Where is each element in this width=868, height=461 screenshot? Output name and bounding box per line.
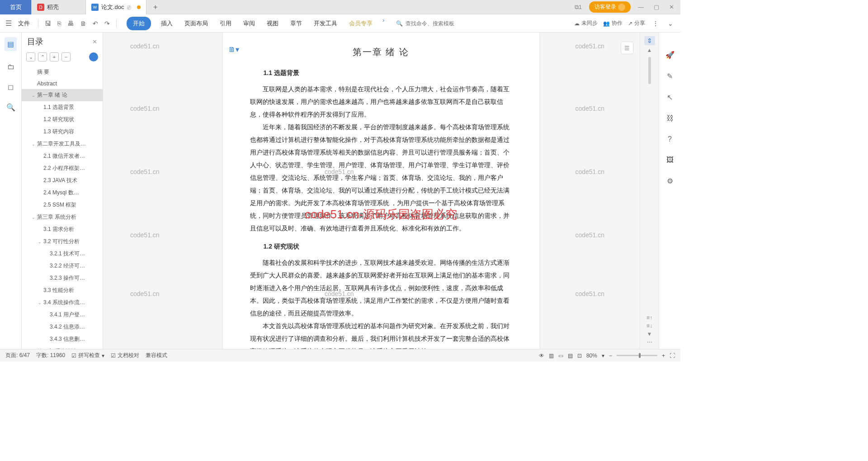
outline-nav-icon[interactable]: ▤ [5,37,17,51]
outline-item[interactable]: 3.2.1 技术可… [22,248,103,260]
page-up-icon[interactable]: ≡↑ [646,315,652,321]
add-tab-button[interactable]: + [146,0,165,14]
file-menu[interactable]: 文件 [14,18,33,29]
settings-slider-icon[interactable]: ⛓ [666,114,674,122]
more-ribbon-icon[interactable]: › [382,17,384,30]
help-icon[interactable]: ? [668,135,672,143]
scroll-marker-icon[interactable]: ⇕ [644,36,655,45]
outline-item[interactable]: 1.2 研究现状 [22,113,103,126]
print-preview-icon[interactable]: 🗎 [78,18,88,29]
outline-item[interactable]: 2.1 微信开发者… [22,150,103,162]
menu-icon[interactable]: ☰ [5,19,12,28]
outline-item[interactable]: 摘 要 [22,66,103,78]
outline-item[interactable]: 2.2 小程序框架… [22,162,103,174]
cursor-icon[interactable]: ↖ [667,93,673,102]
outline-item[interactable]: 3.1 需求分析 [22,223,103,235]
outline-item[interactable]: Abstract [22,78,103,89]
outline-item[interactable]: ⌄3.4 系统操作流… [22,296,103,309]
bookmark-nav-icon[interactable]: ◻ [8,83,14,91]
ribbon-tab-view[interactable]: 视图 [265,17,280,30]
outline-item[interactable]: 2.4 Mysql 数… [22,187,103,199]
ribbon-tab-ref[interactable]: 引用 [218,17,233,30]
picture-icon[interactable]: 🖼 [666,156,674,164]
zoom-label[interactable]: 80% [586,353,597,359]
page-down-icon[interactable]: ≡↓ [646,323,652,329]
view-web-icon[interactable]: ▭ [558,353,563,359]
outline-item[interactable]: 第四章 系统设计 [22,345,103,349]
ribbon-tab-review[interactable]: 审阅 [241,17,257,30]
outline-plus-icon[interactable]: + [50,52,59,61]
proofread-button[interactable]: ☑文档校对 [111,352,139,359]
pencil-icon[interactable]: ✎ [667,72,673,80]
zoom-slider[interactable] [617,355,657,356]
ribbon-tab-section[interactable]: 章节 [288,17,304,30]
scroll-up-icon[interactable]: ▲ [647,47,652,53]
outline-collapse-icon[interactable]: ⌄ [26,52,35,61]
outline-close-icon[interactable]: ✕ [92,38,97,45]
outline-item[interactable]: 2.3 JAVA 技术 [22,174,103,187]
search-nav-icon[interactable]: 🔍 [6,103,15,112]
spellcheck-toggle[interactable]: ☑拼写检查 ▾ [71,352,104,359]
outline-item[interactable]: 3.4.3 信息删… [22,333,103,345]
home-tab[interactable]: 首页 [0,0,32,14]
outline-item[interactable]: 1.3 研究内容 [22,126,103,138]
scroll-menu-icon[interactable]: ⋯ [647,339,652,345]
outline-item[interactable]: 3.2.3 操作可… [22,272,103,284]
redo-icon[interactable]: ↷ [103,18,112,29]
ribbon-tab-member[interactable]: 会员专享 [347,17,374,30]
scroll-down-icon[interactable]: ▼ [647,331,652,337]
ribbon-tab-start[interactable]: 开始 [127,17,151,30]
outline-item[interactable]: 3.2.2 经济可… [22,260,103,272]
outline-item[interactable]: 3.3 性能分析 [22,284,103,296]
doc-scrollbar[interactable]: ⇕ ▲ ≡↑ ≡↓ ▼ ⋯ [640,33,659,349]
collapse-ribbon-icon[interactable]: ⌄ [666,18,675,29]
compat-mode[interactable]: 兼容模式 [146,352,167,359]
outline-item[interactable]: 3.4.1 用户登… [22,309,103,321]
more-icon[interactable]: ⋮ [651,18,660,29]
view-outline-icon[interactable]: ▤ [568,353,573,359]
outline-item[interactable]: ⌄第一章 绪 论 [22,89,103,101]
outline-item[interactable]: ⌄第二章开发工具及… [22,138,103,150]
rocket-icon[interactable]: 🚀 [665,51,675,59]
save-as-icon[interactable]: ⎘ [56,18,63,29]
minimize-button[interactable]: — [635,4,646,10]
undo-icon[interactable]: ↶ [91,18,100,29]
outline-minus-icon[interactable]: − [61,52,71,61]
ribbon-tab-layout[interactable]: 页面布局 [183,17,210,30]
bookmark-float-icon[interactable]: ☰ [621,42,633,54]
command-search[interactable]: 🔍 [396,20,469,27]
view-page-icon[interactable]: ▥ [549,353,554,359]
gear-icon[interactable]: ⚙ [667,177,673,185]
zoom-fit-icon[interactable]: ⊡ [577,353,582,359]
zoom-out-icon[interactable]: − [609,353,612,359]
ribbon-tab-devtools[interactable]: 开发工具 [312,17,339,30]
dk-tab[interactable]: D 稻壳 [32,0,86,14]
outline-ai-icon[interactable] [89,52,98,61]
outline-item[interactable]: 2.5 SSM 框架 [22,199,103,211]
sync-status[interactable]: ☁未同步 [574,19,598,27]
outline-item[interactable]: 1.1 选题背景 [22,101,103,113]
collab-button[interactable]: 👥协作 [603,19,623,27]
zoom-in-icon[interactable]: + [662,353,665,359]
outline-item[interactable]: ⌄3.2 可行性分析 [22,235,103,248]
scroll-thumb[interactable] [648,57,651,84]
maximize-button[interactable]: ▢ [651,4,662,10]
ribbon-tab-insert[interactable]: 插入 [159,17,175,30]
view-eye-icon[interactable]: 👁 [539,353,544,359]
page-indicator[interactable]: 页面: 6/47 [5,352,30,359]
share-button[interactable]: ↗分享 [628,19,645,27]
search-input[interactable] [406,20,469,27]
outline-item[interactable]: 3.4.2 信息添… [22,321,103,333]
zoom-thumb[interactable] [639,353,641,358]
folder-nav-icon[interactable]: 🗀 [7,63,14,71]
word-count[interactable]: 字数: 11960 [36,352,65,359]
window-count-icon[interactable]: ⧉1 [572,4,585,11]
document-tab[interactable]: W 论文.doc ⎚ [86,0,146,14]
save-icon[interactable]: 🖫 [43,18,53,29]
print-icon[interactable]: 🖶 [66,18,75,29]
fullscreen-icon[interactable]: ⛶ [670,353,675,359]
outline-item[interactable]: ⌄第三章 系统分析 [22,211,103,223]
guest-login-button[interactable]: 访客登录 [589,1,631,13]
close-button[interactable]: ✕ [666,4,677,10]
outline-expand-icon[interactable]: ⌃ [38,52,47,61]
